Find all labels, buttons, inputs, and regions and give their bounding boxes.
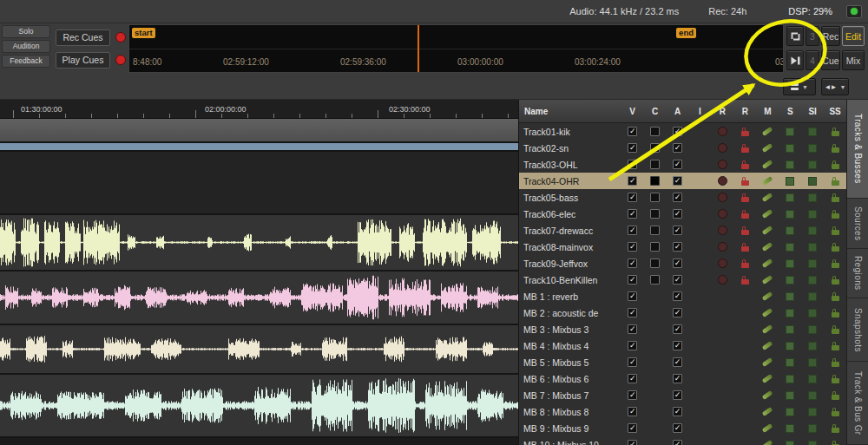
visible-checkbox[interactable]: ✓ <box>628 357 637 367</box>
rec-enable-icon[interactable] <box>718 176 727 186</box>
waveform-region-3[interactable] <box>0 325 518 375</box>
bus-list-row[interactable]: MB 9 : Mixbus 9✓✓ <box>519 420 846 436</box>
visible-checkbox[interactable]: ✓ <box>628 291 637 301</box>
solo-button-icon[interactable] <box>786 441 794 445</box>
rec-enable-icon[interactable] <box>718 160 727 169</box>
bus-list-row[interactable]: MB 3 : Mixbus 3✓✓ <box>519 321 846 337</box>
mute-button-icon[interactable] <box>762 242 773 252</box>
visible-checkbox[interactable]: ✓ <box>628 423 637 433</box>
visible-checkbox[interactable]: ✓ <box>628 374 637 383</box>
solo-button-icon[interactable] <box>786 177 794 186</box>
solo-button-icon[interactable] <box>786 424 794 433</box>
rec-safe-lock-icon[interactable] <box>741 263 749 268</box>
mute-button-icon[interactable] <box>762 127 773 136</box>
mix-page-button[interactable]: Mix <box>842 50 865 70</box>
rec-safe-lock-icon[interactable] <box>741 147 749 153</box>
active-checkbox[interactable]: ✓ <box>673 127 682 136</box>
track-list-row[interactable]: Track06-elec✓✓ <box>519 206 846 222</box>
solo-safe-lock-icon[interactable] <box>832 246 839 252</box>
mute-button-icon[interactable] <box>762 226 773 235</box>
solo-isolate-icon[interactable] <box>808 408 817 416</box>
visible-checkbox[interactable]: ✓ <box>628 258 637 268</box>
mute-button-icon[interactable] <box>762 308 773 317</box>
monitor-feedback-button[interactable]: Feedback <box>2 55 50 68</box>
track-list-row[interactable]: Track04-OHR✓✓ <box>519 173 846 189</box>
solo-isolate-icon[interactable] <box>808 276 817 285</box>
visible-checkbox[interactable]: ✓ <box>628 275 637 285</box>
solo-safe-lock-icon[interactable] <box>832 428 839 433</box>
mute-button-icon[interactable] <box>762 176 773 186</box>
mute-button-icon[interactable] <box>762 374 773 383</box>
visible-checkbox[interactable]: ✓ <box>628 440 637 445</box>
solo-safe-lock-icon[interactable] <box>832 263 839 268</box>
solo-safe-lock-icon[interactable] <box>832 329 839 334</box>
playhead[interactable] <box>418 25 419 72</box>
visible-checkbox[interactable]: ✓ <box>628 324 637 334</box>
visible-checkbox[interactable]: ✓ <box>628 160 637 169</box>
active-checkbox[interactable]: ✓ <box>673 324 682 334</box>
rec-cues-button[interactable]: Rec Cues <box>56 29 110 46</box>
tab-tracks-busses[interactable]: Tracks & Busses <box>847 100 868 199</box>
solo-isolate-icon[interactable] <box>808 358 817 367</box>
c-checkbox[interactable] <box>650 209 660 219</box>
c-checkbox[interactable] <box>650 143 660 153</box>
solo-safe-lock-icon[interactable] <box>832 213 839 219</box>
bus-list-row[interactable]: MB 2 : acoustic de✓✓ <box>519 304 846 321</box>
rec-safe-lock-icon[interactable] <box>741 197 749 202</box>
active-checkbox[interactable]: ✓ <box>673 423 682 433</box>
monitor-solo-button[interactable]: Solo <box>2 25 50 38</box>
rec-enable-icon[interactable] <box>718 193 727 202</box>
edit-point-dropdown[interactable]: ◄► ▼ <box>821 78 849 95</box>
solo-isolate-icon[interactable] <box>808 441 817 445</box>
solo-safe-lock-icon[interactable] <box>832 147 839 153</box>
solo-safe-lock-icon[interactable] <box>832 378 839 383</box>
visible-checkbox[interactable]: ✓ <box>628 143 637 153</box>
solo-isolate-icon[interactable] <box>808 259 817 268</box>
tab-regions[interactable]: Regions <box>847 249 868 298</box>
rec-enable-icon[interactable] <box>718 143 727 153</box>
solo-isolate-icon[interactable] <box>808 160 817 169</box>
solo-isolate-icon[interactable] <box>808 210 817 219</box>
visible-checkbox[interactable]: ✓ <box>628 341 637 350</box>
active-checkbox[interactable]: ✓ <box>673 176 682 186</box>
active-checkbox[interactable]: ✓ <box>673 226 682 235</box>
c-checkbox[interactable] <box>650 160 660 169</box>
track-list-row[interactable]: Track02-sn✓✓ <box>519 140 846 156</box>
visible-checkbox[interactable]: ✓ <box>628 242 637 252</box>
bus-list-row[interactable]: MB 7 : Mixbus 7✓✓ <box>519 387 846 403</box>
rec-enable-icon[interactable] <box>718 242 727 252</box>
rec-enable-icon[interactable] <box>718 209 727 219</box>
feedback-status-button[interactable] <box>846 5 862 18</box>
waveform-region-2[interactable] <box>0 272 518 325</box>
visible-checkbox[interactable]: ✓ <box>628 209 637 219</box>
c-checkbox[interactable] <box>650 258 660 268</box>
mute-button-icon[interactable] <box>762 209 773 219</box>
play-cues-button[interactable]: Play Cues <box>56 52 110 69</box>
solo-safe-lock-icon[interactable] <box>832 230 839 235</box>
solo-safe-lock-icon[interactable] <box>832 164 839 169</box>
solo-isolate-icon[interactable] <box>808 193 817 202</box>
solo-safe-lock-icon[interactable] <box>832 312 839 317</box>
visible-checkbox[interactable]: ✓ <box>628 407 637 416</box>
solo-isolate-icon[interactable] <box>808 375 817 383</box>
active-checkbox[interactable]: ✓ <box>673 209 682 219</box>
c-checkbox[interactable] <box>650 193 660 202</box>
solo-button-icon[interactable] <box>786 276 794 285</box>
monitor-audition-button[interactable]: Audition <box>2 40 50 53</box>
mute-button-icon[interactable] <box>762 258 773 268</box>
solo-isolate-icon[interactable] <box>808 128 817 136</box>
punch-range-icon-button[interactable] <box>786 26 804 46</box>
edit-page-button[interactable]: Edit <box>842 26 865 46</box>
tab-snapshots[interactable]: Snapshots <box>847 298 868 362</box>
active-checkbox[interactable]: ✓ <box>673 258 682 268</box>
solo-button-icon[interactable] <box>786 193 794 202</box>
rec-page-button[interactable]: Rec <box>821 26 840 46</box>
bank-3-button[interactable]: 3 <box>806 26 819 46</box>
active-checkbox[interactable]: ✓ <box>673 390 682 400</box>
waveform-region-1[interactable] <box>0 215 518 272</box>
bank-4-button[interactable]: 4 <box>806 50 819 70</box>
rec-enable-icon[interactable] <box>718 275 727 285</box>
visible-checkbox[interactable]: ✓ <box>628 308 637 317</box>
layer-mode-dropdown[interactable]: ▼ <box>783 78 816 95</box>
active-checkbox[interactable]: ✓ <box>673 193 682 202</box>
